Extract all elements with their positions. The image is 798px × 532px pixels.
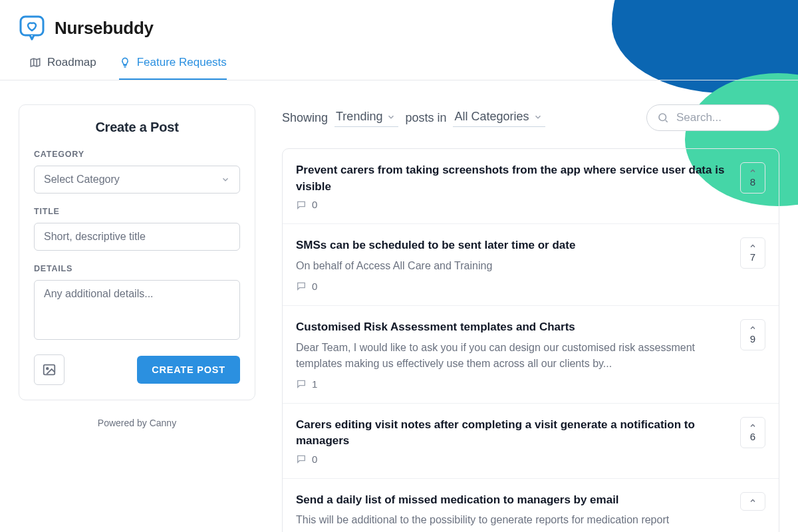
tab-feature-requests-label: Feature Requests — [137, 56, 227, 69]
vote-button[interactable] — [740, 492, 765, 511]
sort-value: Trending — [336, 110, 382, 124]
post-title: Send a daily list of missed medication t… — [296, 492, 727, 509]
chevron-up-icon — [749, 167, 757, 175]
post-comments: 1 — [312, 378, 317, 390]
category-value: All Categories — [454, 110, 529, 124]
comment-icon — [296, 200, 307, 210]
powered-by: Powered by Canny — [19, 418, 255, 428]
filter-bar: Showing Trending posts in All Categories — [282, 104, 779, 131]
create-post-heading: Create a Post — [34, 120, 240, 135]
vote-button[interactable]: 7 — [740, 237, 765, 269]
post-item[interactable]: Carers editing visit notes after complet… — [283, 404, 779, 479]
map-icon — [29, 57, 41, 68]
vote-button[interactable]: 8 — [740, 162, 765, 194]
lightbulb-icon — [119, 57, 131, 68]
post-comments: 0 — [312, 199, 317, 210]
tab-roadmap[interactable]: Roadmap — [29, 48, 96, 80]
vote-count: 9 — [750, 333, 755, 344]
post-item[interactable]: Send a daily list of missed medication t… — [283, 479, 779, 532]
svg-point-2 — [47, 368, 49, 370]
filter-showing-label: Showing — [282, 111, 328, 125]
details-label: DETAILS — [34, 264, 240, 273]
post-comments: 0 — [312, 454, 317, 465]
details-textarea[interactable] — [34, 280, 240, 340]
vote-count: 6 — [750, 431, 755, 442]
post-desc: This will be additional to the possibili… — [296, 512, 727, 528]
logo-icon — [19, 15, 45, 41]
vote-button[interactable]: 9 — [740, 319, 765, 350]
create-post-card: Create a Post CATEGORY Select Category T… — [19, 104, 255, 400]
post-desc: Dear Team, I would like to ask you if yo… — [296, 340, 727, 372]
post-item[interactable]: Customised Risk Assessment templates and… — [283, 306, 779, 404]
chevron-down-icon — [533, 112, 543, 122]
chevron-up-icon — [749, 422, 757, 430]
comment-icon — [296, 454, 307, 464]
nav-tabs: Roadmap Feature Requests — [0, 48, 798, 80]
chevron-up-icon — [749, 497, 757, 505]
create-post-button[interactable]: CREATE POST — [137, 356, 240, 384]
svg-rect-0 — [21, 17, 43, 35]
app-title: Nursebuddy — [55, 18, 154, 39]
post-title: Prevent carers from taking screenshots f… — [296, 162, 727, 195]
chevron-up-icon — [749, 242, 757, 250]
title-label: TITLE — [34, 207, 240, 216]
comment-icon — [296, 378, 307, 389]
category-label: CATEGORY — [34, 150, 240, 159]
svg-point-3 — [659, 114, 666, 121]
post-comments: 0 — [312, 281, 317, 292]
post-list: Prevent carers from taking screenshots f… — [282, 148, 779, 532]
header: Nursebuddy — [0, 0, 798, 48]
post-title: Customised Risk Assessment templates and… — [296, 319, 727, 336]
vote-count: 8 — [750, 176, 755, 188]
category-dropdown[interactable]: All Categories — [453, 108, 545, 127]
tab-feature-requests[interactable]: Feature Requests — [119, 48, 227, 80]
category-select[interactable]: Select Category — [34, 166, 240, 194]
main: Showing Trending posts in All Categories… — [282, 104, 779, 532]
chevron-up-icon — [749, 324, 757, 332]
image-icon — [42, 362, 57, 377]
post-title: Carers editing visit notes after complet… — [296, 417, 727, 450]
sort-dropdown[interactable]: Trending — [334, 108, 398, 127]
vote-count: 7 — [750, 251, 755, 263]
filter-postsin-label: posts in — [405, 111, 446, 125]
post-title: SMSs can be scheduled to be sent later t… — [296, 237, 727, 254]
post-item[interactable]: Prevent carers from taking screenshots f… — [283, 149, 779, 224]
vote-button[interactable]: 6 — [740, 417, 765, 448]
title-input[interactable] — [34, 223, 240, 251]
category-select-placeholder: Select Category — [44, 174, 120, 186]
post-desc: On behalf of Access All Care and Trainin… — [296, 258, 727, 274]
search-icon — [657, 112, 669, 124]
chevron-down-icon — [221, 175, 230, 184]
attach-image-button[interactable] — [34, 354, 65, 385]
sidebar: Create a Post CATEGORY Select Category T… — [19, 104, 255, 532]
chevron-down-icon — [386, 112, 396, 122]
comment-icon — [296, 281, 307, 291]
tab-roadmap-label: Roadmap — [47, 56, 96, 69]
post-item[interactable]: SMSs can be scheduled to be sent later t… — [283, 224, 779, 306]
